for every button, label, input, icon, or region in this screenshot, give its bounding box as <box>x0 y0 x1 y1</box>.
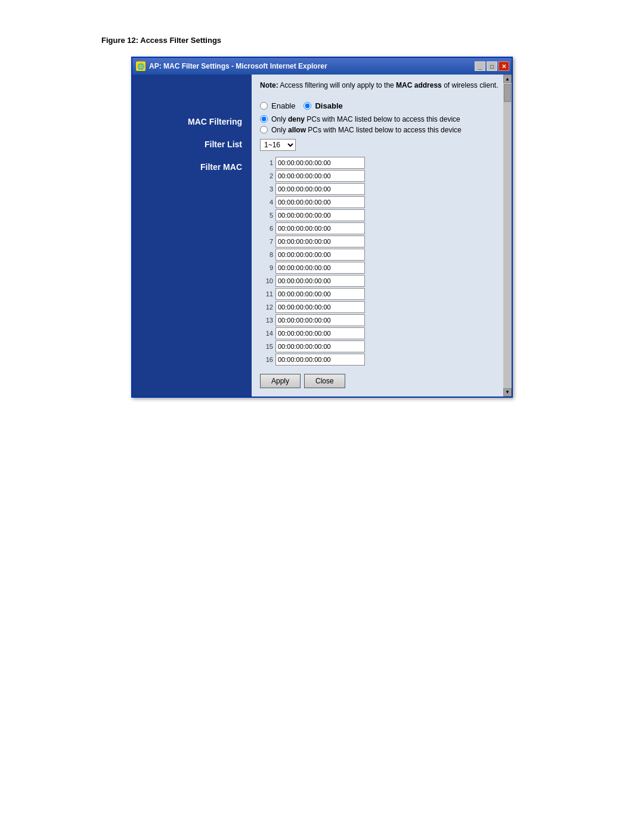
disable-label: Disable <box>315 101 342 110</box>
mac-index-label: 16 <box>260 356 273 363</box>
mac-index-label: 13 <box>260 317 273 324</box>
title-bar-left: 🌐 AP: MAC Filter Settings - Microsoft In… <box>136 61 327 71</box>
table-row: 3 <box>260 183 503 195</box>
window-content: MAC Filtering Filter List Filter MAC Not… <box>132 75 512 397</box>
maximize-button[interactable]: □ <box>487 61 497 71</box>
mac-index-label: 2 <box>260 172 273 179</box>
mac-index-label: 12 <box>260 304 273 311</box>
table-row: 4 <box>260 196 503 208</box>
scroll-down-button[interactable]: ▼ <box>503 388 512 397</box>
mac-address-input[interactable] <box>275 183 365 195</box>
mac-address-input[interactable] <box>275 262 365 274</box>
mac-filtering-row: Enable Disable <box>260 101 503 110</box>
window-title: AP: MAC Filter Settings - Microsoft Inte… <box>149 62 327 70</box>
buttons-row: Apply Close <box>260 374 503 388</box>
scroll-thumb[interactable] <box>504 84 511 102</box>
table-row: 16 <box>260 354 503 366</box>
mac-address-input[interactable] <box>275 209 365 221</box>
mac-index-label: 11 <box>260 290 273 298</box>
mac-table: 12345678910111213141516 <box>260 157 503 366</box>
range-select[interactable]: 1~16 17~32 33~48 49~64 <box>260 139 296 151</box>
allow-radio[interactable] <box>260 126 268 134</box>
mac-index-label: 7 <box>260 238 273 245</box>
sidebar-label-filter-mac: Filter MAC <box>200 162 242 172</box>
deny-option-text: Only deny PCs with MAC listed below to a… <box>271 115 460 123</box>
mac-index-label: 9 <box>260 264 273 271</box>
table-row: 7 <box>260 236 503 247</box>
allow-option-text: Only allow PCs with MAC listed below to … <box>271 126 462 134</box>
scroll-up-button[interactable]: ▲ <box>503 75 512 83</box>
mac-address-input[interactable] <box>275 196 365 208</box>
ie-window: 🌐 AP: MAC Filter Settings - Microsoft In… <box>131 57 513 398</box>
mac-index-label: 6 <box>260 225 273 232</box>
enable-radio-label[interactable]: Enable <box>260 101 295 110</box>
table-row: 9 <box>260 262 503 274</box>
enable-label: Enable <box>271 101 295 110</box>
mac-address-input[interactable] <box>275 170 365 182</box>
filter-list-options: Only deny PCs with MAC listed below to a… <box>260 115 503 134</box>
mac-address-input[interactable] <box>275 288 365 300</box>
minimize-button[interactable]: _ <box>475 61 485 71</box>
mac-address-input[interactable] <box>275 327 365 339</box>
mac-index-label: 3 <box>260 185 273 193</box>
mac-address-input[interactable] <box>275 236 365 247</box>
range-select-wrapper: 1~16 17~32 33~48 49~64 <box>260 139 503 151</box>
mac-index-label: 10 <box>260 277 273 284</box>
mac-address-input[interactable] <box>275 340 365 352</box>
mac-index-label: 14 <box>260 330 273 337</box>
deny-option-label[interactable]: Only deny PCs with MAC listed below to a… <box>260 115 503 123</box>
disable-radio[interactable] <box>304 102 311 110</box>
mac-address-input[interactable] <box>275 249 365 261</box>
mac-address-input[interactable] <box>275 275 365 287</box>
apply-button[interactable]: Apply <box>260 374 301 388</box>
table-row: 2 <box>260 170 503 182</box>
deny-radio[interactable] <box>260 115 268 123</box>
table-row: 5 <box>260 209 503 221</box>
table-row: 8 <box>260 249 503 261</box>
mac-index-label: 1 <box>260 159 273 166</box>
content-area: Note: Access filtering will only apply t… <box>252 75 512 397</box>
note-text: Note: Access filtering will only apply t… <box>260 80 503 91</box>
mac-address-input[interactable] <box>275 157 365 169</box>
table-row: 13 <box>260 314 503 326</box>
disable-radio-label[interactable]: Disable <box>304 101 342 110</box>
mac-address-input[interactable] <box>275 301 365 313</box>
sidebar-label-mac-filtering: MAC Filtering <box>188 116 242 127</box>
ie-icon: 🌐 <box>136 61 145 71</box>
table-row: 6 <box>260 222 503 234</box>
enable-radio[interactable] <box>260 102 268 110</box>
mac-address-input[interactable] <box>275 222 365 234</box>
mac-index-label: 15 <box>260 343 273 350</box>
title-bar: 🌐 AP: MAC Filter Settings - Microsoft In… <box>132 58 512 75</box>
sidebar-label-filter-list: Filter List <box>205 139 242 150</box>
allow-option-label[interactable]: Only allow PCs with MAC listed below to … <box>260 126 503 134</box>
table-row: 12 <box>260 301 503 313</box>
close-button[interactable]: Close <box>304 374 345 388</box>
mac-index-label: 8 <box>260 251 273 258</box>
close-window-button[interactable]: ✕ <box>499 61 509 71</box>
table-row: 15 <box>260 340 503 352</box>
mac-index-label: 4 <box>260 199 273 206</box>
scrollbar: ▲ ▼ <box>503 75 512 397</box>
mac-index-label: 5 <box>260 212 273 219</box>
table-row: 11 <box>260 288 503 300</box>
title-bar-buttons: _ □ ✕ <box>475 61 509 71</box>
table-row: 10 <box>260 275 503 287</box>
mac-address-input[interactable] <box>275 314 365 326</box>
figure-caption: Figure 12: Access Filter Settings <box>101 36 221 45</box>
mac-address-input[interactable] <box>275 354 365 366</box>
sidebar: MAC Filtering Filter List Filter MAC <box>132 75 252 397</box>
table-row: 14 <box>260 327 503 339</box>
table-row: 1 <box>260 157 503 169</box>
